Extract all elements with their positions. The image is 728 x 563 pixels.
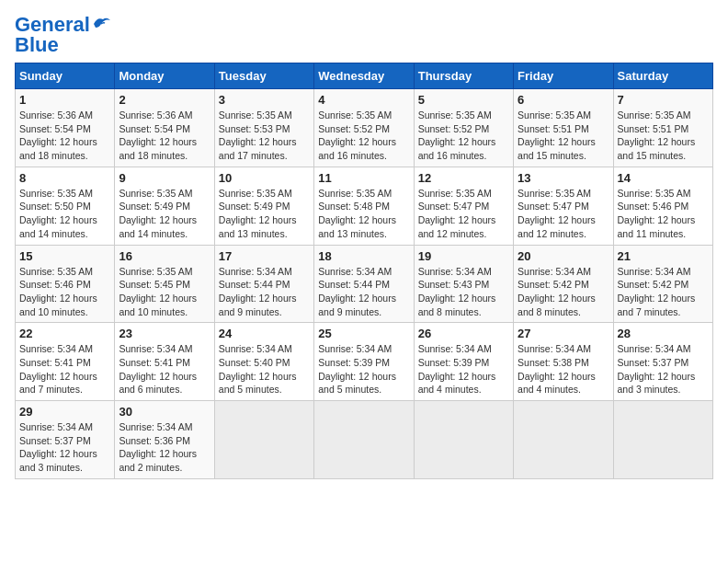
day-info: Sunrise: 5:35 AM Sunset: 5:51 PM Dayligh…	[518, 109, 609, 163]
calendar-day-cell: 17Sunrise: 5:34 AM Sunset: 5:44 PM Dayli…	[214, 245, 313, 323]
calendar-header: SundayMondayTuesdayWednesdayThursdayFrid…	[16, 63, 713, 89]
calendar-day-cell: 9Sunrise: 5:35 AM Sunset: 5:49 PM Daylig…	[115, 167, 214, 245]
calendar-day-cell: 12Sunrise: 5:35 AM Sunset: 5:47 PM Dayli…	[414, 167, 513, 245]
calendar-day-cell: 24Sunrise: 5:34 AM Sunset: 5:40 PM Dayli…	[214, 323, 313, 401]
calendar-day-cell: 29Sunrise: 5:34 AM Sunset: 5:37 PM Dayli…	[16, 401, 115, 479]
day-number: 22	[19, 327, 110, 340]
day-number: 25	[318, 327, 409, 340]
calendar-day-cell: 28Sunrise: 5:34 AM Sunset: 5:37 PM Dayli…	[613, 323, 712, 401]
day-info: Sunrise: 5:34 AM Sunset: 5:42 PM Dayligh…	[618, 265, 709, 319]
day-info: Sunrise: 5:36 AM Sunset: 5:54 PM Dayligh…	[119, 109, 210, 163]
weekday-header: Monday	[115, 63, 214, 89]
day-info: Sunrise: 5:35 AM Sunset: 5:51 PM Dayligh…	[618, 109, 709, 163]
day-info: Sunrise: 5:34 AM Sunset: 5:44 PM Dayligh…	[219, 265, 310, 319]
day-info: Sunrise: 5:35 AM Sunset: 5:46 PM Dayligh…	[19, 265, 110, 319]
weekday-header: Wednesday	[314, 63, 414, 89]
day-info: Sunrise: 5:36 AM Sunset: 5:54 PM Dayligh…	[19, 109, 110, 163]
day-number: 30	[119, 405, 210, 419]
day-number: 29	[19, 405, 110, 419]
calendar-day-cell: 27Sunrise: 5:34 AM Sunset: 5:38 PM Dayli…	[514, 323, 613, 401]
day-number: 18	[318, 249, 409, 263]
calendar-day-cell: 6Sunrise: 5:35 AM Sunset: 5:51 PM Daylig…	[514, 89, 613, 167]
calendar-day-cell: 8Sunrise: 5:35 AM Sunset: 5:50 PM Daylig…	[16, 167, 115, 245]
calendar-day-cell: 23Sunrise: 5:34 AM Sunset: 5:41 PM Dayli…	[115, 323, 214, 401]
calendar-day-cell: 18Sunrise: 5:34 AM Sunset: 5:44 PM Dayli…	[314, 245, 414, 323]
calendar-week-row: 8Sunrise: 5:35 AM Sunset: 5:50 PM Daylig…	[16, 167, 713, 245]
day-number: 27	[518, 327, 609, 340]
day-info: Sunrise: 5:35 AM Sunset: 5:45 PM Dayligh…	[119, 265, 210, 319]
day-info: Sunrise: 5:35 AM Sunset: 5:52 PM Dayligh…	[418, 109, 509, 163]
day-info: Sunrise: 5:34 AM Sunset: 5:41 PM Dayligh…	[119, 342, 210, 396]
weekday-header: Friday	[514, 63, 613, 89]
day-number: 4	[318, 93, 409, 107]
calendar-day-cell: 22Sunrise: 5:34 AM Sunset: 5:41 PM Dayli…	[16, 323, 115, 401]
day-number: 1	[19, 93, 110, 107]
logo: General Blue	[15, 15, 112, 55]
day-info: Sunrise: 5:35 AM Sunset: 5:49 PM Dayligh…	[219, 187, 310, 241]
day-number: 20	[518, 249, 609, 263]
calendar-day-cell	[414, 401, 513, 479]
day-number: 11	[318, 171, 409, 185]
day-info: Sunrise: 5:35 AM Sunset: 5:52 PM Dayligh…	[318, 109, 409, 163]
day-info: Sunrise: 5:34 AM Sunset: 5:37 PM Dayligh…	[19, 420, 110, 475]
day-number: 17	[219, 249, 310, 263]
calendar-day-cell	[214, 401, 313, 479]
day-number: 5	[418, 93, 509, 107]
day-info: Sunrise: 5:34 AM Sunset: 5:36 PM Dayligh…	[119, 420, 210, 475]
day-number: 7	[618, 93, 709, 107]
day-number: 2	[119, 93, 210, 107]
calendar-day-cell: 7Sunrise: 5:35 AM Sunset: 5:51 PM Daylig…	[613, 89, 712, 167]
day-number: 24	[219, 327, 310, 340]
calendar-day-cell: 25Sunrise: 5:34 AM Sunset: 5:39 PM Dayli…	[314, 323, 414, 401]
day-number: 14	[618, 171, 709, 185]
day-number: 13	[518, 171, 609, 185]
day-number: 28	[618, 327, 709, 340]
day-info: Sunrise: 5:34 AM Sunset: 5:39 PM Dayligh…	[318, 342, 409, 396]
calendar-day-cell: 14Sunrise: 5:35 AM Sunset: 5:46 PM Dayli…	[613, 167, 712, 245]
calendar-day-cell: 16Sunrise: 5:35 AM Sunset: 5:45 PM Dayli…	[115, 245, 214, 323]
day-info: Sunrise: 5:35 AM Sunset: 5:47 PM Dayligh…	[418, 187, 509, 241]
calendar-day-cell: 21Sunrise: 5:34 AM Sunset: 5:42 PM Dayli…	[613, 245, 712, 323]
day-info: Sunrise: 5:34 AM Sunset: 5:41 PM Dayligh…	[19, 342, 110, 396]
calendar-day-cell: 4Sunrise: 5:35 AM Sunset: 5:52 PM Daylig…	[314, 89, 414, 167]
calendar-table: SundayMondayTuesdayWednesdayThursdayFrid…	[15, 63, 713, 479]
calendar-day-cell: 30Sunrise: 5:34 AM Sunset: 5:36 PM Dayli…	[115, 401, 214, 479]
day-info: Sunrise: 5:35 AM Sunset: 5:48 PM Dayligh…	[318, 187, 409, 241]
day-number: 23	[119, 327, 210, 340]
calendar-day-cell	[314, 401, 414, 479]
day-number: 26	[418, 327, 509, 340]
calendar-day-cell: 5Sunrise: 5:35 AM Sunset: 5:52 PM Daylig…	[414, 89, 513, 167]
calendar-day-cell	[613, 401, 712, 479]
day-info: Sunrise: 5:35 AM Sunset: 5:46 PM Dayligh…	[618, 187, 709, 241]
logo-text: General	[15, 15, 90, 35]
day-info: Sunrise: 5:34 AM Sunset: 5:37 PM Dayligh…	[618, 342, 709, 396]
calendar-day-cell: 26Sunrise: 5:34 AM Sunset: 5:39 PM Dayli…	[414, 323, 513, 401]
logo-text-blue: Blue	[15, 35, 59, 55]
day-number: 6	[518, 93, 609, 107]
day-info: Sunrise: 5:34 AM Sunset: 5:42 PM Dayligh…	[518, 265, 609, 319]
calendar-day-cell: 3Sunrise: 5:35 AM Sunset: 5:53 PM Daylig…	[214, 89, 313, 167]
calendar-day-cell: 2Sunrise: 5:36 AM Sunset: 5:54 PM Daylig…	[115, 89, 214, 167]
calendar-day-cell: 13Sunrise: 5:35 AM Sunset: 5:47 PM Dayli…	[514, 167, 613, 245]
day-number: 19	[418, 249, 509, 263]
logo-bird-icon	[92, 15, 112, 31]
day-info: Sunrise: 5:34 AM Sunset: 5:38 PM Dayligh…	[518, 342, 609, 396]
day-number: 15	[19, 249, 110, 263]
day-number: 21	[618, 249, 709, 263]
calendar-week-row: 1Sunrise: 5:36 AM Sunset: 5:54 PM Daylig…	[16, 89, 713, 167]
calendar-day-cell: 15Sunrise: 5:35 AM Sunset: 5:46 PM Dayli…	[16, 245, 115, 323]
weekday-header: Tuesday	[214, 63, 313, 89]
calendar-day-cell: 20Sunrise: 5:34 AM Sunset: 5:42 PM Dayli…	[514, 245, 613, 323]
day-number: 9	[119, 171, 210, 185]
calendar-day-cell	[514, 401, 613, 479]
day-number: 3	[219, 93, 310, 107]
day-info: Sunrise: 5:34 AM Sunset: 5:44 PM Dayligh…	[318, 265, 409, 319]
weekday-header: Sunday	[16, 63, 115, 89]
day-info: Sunrise: 5:34 AM Sunset: 5:43 PM Dayligh…	[418, 265, 509, 319]
day-number: 8	[19, 171, 110, 185]
day-info: Sunrise: 5:35 AM Sunset: 5:47 PM Dayligh…	[518, 187, 609, 241]
day-number: 16	[119, 249, 210, 263]
page-header: General Blue	[15, 15, 713, 55]
calendar-day-cell: 10Sunrise: 5:35 AM Sunset: 5:49 PM Dayli…	[214, 167, 313, 245]
calendar-day-cell: 1Sunrise: 5:36 AM Sunset: 5:54 PM Daylig…	[16, 89, 115, 167]
